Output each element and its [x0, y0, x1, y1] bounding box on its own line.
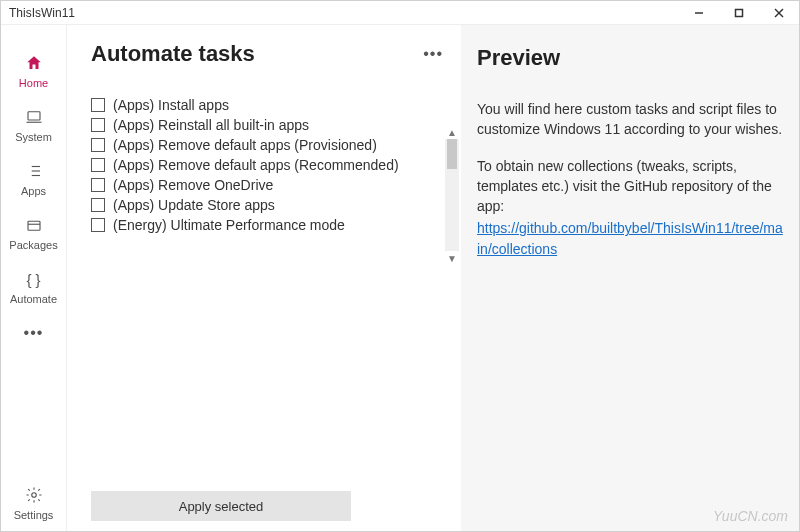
preview-title: Preview — [477, 45, 783, 71]
github-link[interactable]: https://github.com/builtbybel/ThisIsWin1… — [477, 220, 783, 256]
svg-rect-4 — [28, 112, 40, 120]
window-title: ThisIsWin11 — [9, 6, 75, 20]
list-icon — [24, 161, 44, 181]
minimize-button[interactable] — [679, 1, 719, 25]
sidebar-item-label: System — [15, 131, 52, 143]
task-row[interactable]: (Apps) Remove default apps (Provisioned) — [91, 135, 443, 155]
sidebar-item-label: Apps — [21, 185, 46, 197]
svg-point-14 — [31, 493, 36, 498]
sidebar-item-label: Packages — [9, 239, 57, 251]
package-icon — [24, 215, 44, 235]
app-body: Home System Apps Packages { } Automate •… — [1, 25, 799, 531]
task-label: (Apps) Install apps — [113, 97, 229, 113]
scroll-down-icon[interactable]: ▼ — [445, 251, 459, 265]
task-row[interactable]: (Apps) Install apps — [91, 95, 443, 115]
gear-icon — [24, 485, 44, 505]
watermark: YuuCN.com — [713, 508, 788, 524]
sidebar-item-apps[interactable]: Apps — [1, 153, 66, 207]
main-area: Automate tasks ••• (Apps) Install apps (… — [67, 25, 799, 531]
task-row[interactable]: (Apps) Remove OneDrive — [91, 175, 443, 195]
sidebar-item-home[interactable]: Home — [1, 45, 66, 99]
scrollbar[interactable]: ▲ ▼ — [445, 125, 459, 265]
task-label: (Apps) Update Store apps — [113, 197, 275, 213]
sidebar-item-packages[interactable]: Packages — [1, 207, 66, 261]
preview-description-1: You will find here custom tasks and scri… — [477, 99, 783, 140]
task-list[interactable]: (Apps) Install apps (Apps) Reinstall all… — [91, 95, 451, 483]
tasks-panel: Automate tasks ••• (Apps) Install apps (… — [67, 25, 461, 531]
checkbox[interactable] — [91, 98, 105, 112]
task-label: (Apps) Remove default apps (Recommended) — [113, 157, 399, 173]
task-row[interactable]: (Energy) Ultimate Performance mode — [91, 215, 443, 235]
task-label: (Apps) Remove OneDrive — [113, 177, 273, 193]
sidebar-item-label: Home — [19, 77, 48, 89]
sidebar: Home System Apps Packages { } Automate •… — [1, 25, 67, 531]
maximize-button[interactable] — [719, 1, 759, 25]
checkbox[interactable] — [91, 138, 105, 152]
task-row[interactable]: (Apps) Remove default apps (Recommended) — [91, 155, 443, 175]
preview-description-2: To obtain new collections (tweaks, scrip… — [477, 156, 783, 217]
close-button[interactable] — [759, 1, 799, 25]
sidebar-item-system[interactable]: System — [1, 99, 66, 153]
more-icon: ••• — [24, 323, 44, 343]
task-label: (Energy) Ultimate Performance mode — [113, 217, 345, 233]
scroll-up-icon[interactable]: ▲ — [445, 125, 459, 139]
sidebar-item-automate[interactable]: { } Automate — [1, 261, 66, 315]
checkbox[interactable] — [91, 158, 105, 172]
preview-panel: Preview You will find here custom tasks … — [461, 25, 799, 531]
task-label: (Apps) Reinstall all built-in apps — [113, 117, 309, 133]
task-row[interactable]: (Apps) Update Store apps — [91, 195, 443, 215]
svg-rect-12 — [28, 221, 40, 230]
laptop-icon — [24, 107, 44, 127]
titlebar: ThisIsWin11 — [1, 1, 799, 25]
checkbox[interactable] — [91, 178, 105, 192]
scroll-thumb[interactable] — [447, 139, 457, 169]
sidebar-item-label: Settings — [14, 509, 54, 521]
braces-icon: { } — [24, 269, 44, 289]
home-icon — [24, 53, 44, 73]
window-controls — [679, 1, 799, 25]
svg-rect-1 — [736, 9, 743, 16]
scroll-track[interactable] — [445, 139, 459, 251]
checkbox[interactable] — [91, 118, 105, 132]
checkbox[interactable] — [91, 218, 105, 232]
checkbox[interactable] — [91, 198, 105, 212]
apply-selected-button[interactable]: Apply selected — [91, 491, 351, 521]
task-row[interactable]: (Apps) Reinstall all built-in apps — [91, 115, 443, 135]
more-menu-button[interactable]: ••• — [423, 45, 451, 63]
task-label: (Apps) Remove default apps (Provisioned) — [113, 137, 377, 153]
sidebar-item-more[interactable]: ••• — [1, 315, 66, 357]
sidebar-item-label: Automate — [10, 293, 57, 305]
page-title: Automate tasks — [91, 41, 255, 67]
sidebar-item-settings[interactable]: Settings — [1, 477, 66, 531]
